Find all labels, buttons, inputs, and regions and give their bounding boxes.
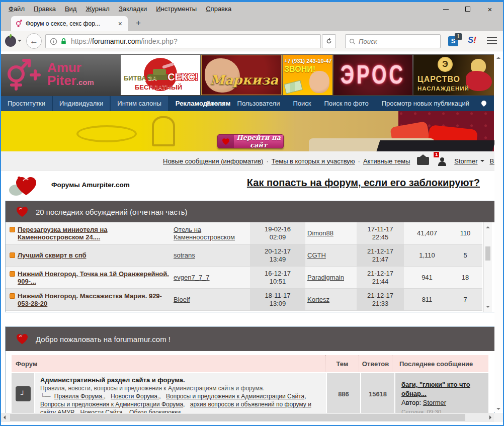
- forum-info-cell: Административный раздел сайта и форума. …: [35, 373, 326, 414]
- tab-close-icon[interactable]: ×: [117, 20, 124, 28]
- menu-bookmarks[interactable]: Закладки: [114, 2, 151, 16]
- forum-title-link[interactable]: Административный раздел сайта и форума.: [40, 376, 185, 384]
- horizontal-scrollbar[interactable]: [1, 413, 494, 422]
- forum-status-cell: ┘: [12, 373, 34, 414]
- subforum-separator: ,: [304, 393, 306, 400]
- nav-individualki[interactable]: Индивидуалки: [53, 96, 110, 111]
- scroll-up-icon[interactable]: [486, 226, 490, 228]
- topic-title-link[interactable]: Нижний Новгород. Массажистка Мария. 929-…: [18, 292, 172, 307]
- notifications-person-icon[interactable]: 1: [437, 156, 447, 166]
- ad-banner-kingdom[interactable]: Э ЦАРСТВО НАСЛАЖДЕНИЙ: [413, 55, 494, 95]
- unblock-forum-headline-link[interactable]: Как попасть на форум, если его заблокиру…: [247, 177, 480, 189]
- nav-polzovateli[interactable]: Пользователи: [231, 96, 287, 111]
- scrollbar-thumb[interactable]: [485, 246, 490, 261]
- active-topics-link[interactable]: Активные темы: [363, 157, 410, 165]
- last-poster-link[interactable]: Dimon88: [307, 229, 333, 237]
- last-poster-link[interactable]: Kortesz: [307, 296, 329, 303]
- user-bar: Новые сообщения (информатив) · Темы в ко…: [1, 151, 503, 171]
- close-button[interactable]: ×: [479, 2, 501, 16]
- extension-s2-icon[interactable]: S!: [468, 35, 476, 45]
- nav-novye-publikacii[interactable]: Просмотр новых публикаций: [375, 96, 476, 111]
- scroll-left-icon[interactable]: [4, 415, 6, 419]
- subforum-link[interactable]: Вопросы и предложения к Администрации Са…: [166, 393, 304, 400]
- table-row[interactable]: Нижний Новгород. Массажистка Мария. 929-…: [6, 289, 482, 311]
- table-row[interactable]: Перезагрузка миниотеля на Каменноостровс…: [6, 222, 482, 244]
- menu-file[interactable]: Файл: [4, 2, 29, 16]
- my-topics-link[interactable]: Темы в которых я участвую: [272, 157, 355, 165]
- chevron-down-icon[interactable]: [480, 160, 484, 164]
- ad-banner-markiza[interactable]: Маркиза: [201, 55, 282, 95]
- main-navigation: Проститутки Индивидуалки Интим салоны Ре…: [1, 96, 494, 111]
- heart-icon: [218, 135, 234, 148]
- scrollbar-thumb[interactable]: [10, 414, 465, 421]
- reload-button[interactable]: [322, 34, 336, 48]
- username-link[interactable]: Stormer: [454, 157, 477, 165]
- topic-title-link[interactable]: Лучший сквирт в спб: [18, 251, 87, 259]
- back-button[interactable]: ←: [26, 33, 42, 49]
- forum-read-icon: ┘: [16, 386, 31, 401]
- forum-last-message-cell: баги, "глюки" кто что обнар... Автор: St…: [395, 373, 488, 414]
- active-tab[interactable]: Форум о сексе, секс фор... ×: [11, 16, 128, 31]
- torbutton-onion-icon[interactable]: [5, 36, 16, 47]
- topic-forum-link[interactable]: Bioelf: [174, 296, 190, 303]
- author-link[interactable]: Stormer: [423, 399, 446, 406]
- separator-dot: ·: [266, 157, 268, 165]
- url-bar[interactable]: https://forumamur.com/index.php?: [45, 34, 321, 48]
- maximize-button[interactable]: [457, 2, 479, 16]
- ad-banner-battle[interactable]: БИТВА ЗА БЕСПЛАТНЫЙ СЕКС!: [121, 55, 200, 95]
- last-poster-link[interactable]: CGTH: [307, 251, 326, 259]
- messages-envelope-icon[interactable]: [417, 157, 429, 165]
- menu-hamburger-icon[interactable]: [487, 37, 497, 46]
- topic-title-link[interactable]: Нижний Новгород. Точка на 1й Оранжерейно…: [18, 270, 172, 285]
- topic-forum-link[interactable]: evgen7_7_7: [174, 274, 210, 281]
- nav-blogi[interactable]: Блоги: [200, 96, 230, 111]
- column-forum: Форум: [12, 355, 326, 372]
- nav-poisk-po-foto[interactable]: Поиск по фото: [317, 96, 375, 111]
- scroll-down-icon[interactable]: [486, 306, 490, 308]
- nav-intim-salony[interactable]: Интим салоны: [111, 96, 168, 111]
- search-input[interactable]: [359, 38, 429, 45]
- topic-icon: [10, 293, 15, 299]
- topic-title-link[interactable]: Перезагрузка миниотеля на Каменноостровс…: [18, 226, 172, 241]
- menu-view[interactable]: Вид: [60, 2, 81, 16]
- location-pin-icon[interactable]: [481, 101, 487, 107]
- menu-tools[interactable]: Инструменты: [151, 2, 201, 16]
- nav-poisk[interactable]: Поиск: [286, 96, 317, 111]
- scroll-right-icon[interactable]: [489, 415, 491, 419]
- topic-icon: [10, 227, 15, 232]
- banner-money-graphic: [284, 80, 303, 94]
- hero-ad-banner[interactable]: Перейти на сайт: [1, 111, 494, 151]
- menu-edit[interactable]: Правка: [29, 2, 60, 16]
- ad-banner-phone[interactable]: +7 (931) 243-10-47 ЗВОНИ!: [283, 55, 332, 95]
- last-poster-link[interactable]: Paradigmain: [307, 274, 344, 281]
- new-messages-link[interactable]: Новые сообщения (информатив): [163, 157, 263, 165]
- secure-lock-icon[interactable]: [60, 38, 67, 45]
- table-row[interactable]: Лучший сквирт в спб sotrans 20-12-1713:4…: [6, 244, 482, 267]
- topic-start-date: 16-12-1710:51: [265, 270, 291, 286]
- subforum-link[interactable]: Правила Форума.: [54, 393, 104, 400]
- torbutton-caret-icon[interactable]: [18, 40, 22, 44]
- goto-site-button[interactable]: Перейти на сайт: [217, 134, 284, 148]
- table-row[interactable]: Нижний Новгород. Точка на 1й Оранжерейно…: [6, 267, 482, 289]
- ad-banner-eros[interactable]: ЭРОС: [333, 55, 412, 95]
- topic-forum-link[interactable]: Отель на Каменноостровском: [174, 226, 248, 241]
- scroll-down-icon[interactable]: [496, 408, 500, 410]
- subforum-link[interactable]: Вопросы и предложения к Администрации Фо…: [40, 401, 183, 408]
- menu-history[interactable]: Журнал: [81, 2, 114, 16]
- vertical-scrollbar[interactable]: [494, 54, 503, 412]
- nav-prostitutki[interactable]: Проститутки: [1, 96, 52, 111]
- new-tab-button[interactable]: +: [136, 18, 141, 28]
- last-message-link[interactable]: баги, "глюки" кто что обнар...: [401, 381, 470, 397]
- table-scrollbar[interactable]: [483, 222, 492, 312]
- subforum-link[interactable]: Новости Форума.: [111, 393, 159, 400]
- url-text[interactable]: https://forumamur.com/index.php?: [71, 37, 178, 45]
- page-info-icon[interactable]: [50, 38, 57, 45]
- menu-help[interactable]: Справка: [201, 2, 236, 16]
- scroll-up-icon[interactable]: [496, 57, 500, 59]
- topic-forum-link[interactable]: sotrans: [174, 251, 195, 259]
- minimize-button[interactable]: [435, 2, 457, 16]
- topic-icon: [10, 252, 15, 258]
- site-logo[interactable]: AmurPiter.com: [1, 54, 120, 96]
- search-bar[interactable]: [345, 34, 441, 48]
- banner-text: НАСЛАЖДЕНИЙ: [417, 86, 469, 92]
